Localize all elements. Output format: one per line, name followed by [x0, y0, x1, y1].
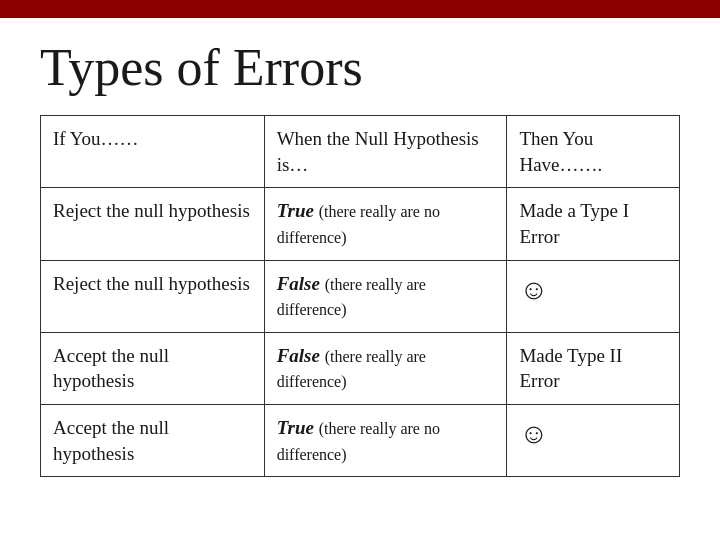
top-bar	[0, 0, 720, 18]
errors-table: If You…… When the Null Hypothesis is… Th…	[40, 115, 680, 477]
header-col1: If You……	[41, 116, 265, 188]
row4-col2: True (there really are no difference)	[264, 405, 507, 477]
row1-col2: True (there really are no difference)	[264, 188, 507, 260]
row1-col3: Made a Type I Error	[507, 188, 680, 260]
smiley-icon2: ☺	[519, 418, 548, 449]
header-col3: Then You Have…….	[507, 116, 680, 188]
false-label: False	[277, 273, 320, 294]
smiley-icon: ☺	[519, 274, 548, 305]
table-row: Accept the null hypothesis False (there …	[41, 332, 680, 404]
row3-col3: Made Type II Error	[507, 332, 680, 404]
row3-col1: Accept the null hypothesis	[41, 332, 265, 404]
header-col2: When the Null Hypothesis is…	[264, 116, 507, 188]
table-row: Accept the null hypothesis True (there r…	[41, 405, 680, 477]
row2-col2: False (there really are difference)	[264, 260, 507, 332]
corner-square	[680, 0, 720, 18]
true-label2: True	[277, 417, 314, 438]
true-label: True	[277, 200, 314, 221]
row1-col1: Reject the null hypothesis	[41, 188, 265, 260]
row4-col3: ☺	[507, 405, 680, 477]
row2-col1: Reject the null hypothesis	[41, 260, 265, 332]
table-row: Reject the null hypothesis False (there …	[41, 260, 680, 332]
row2-col3: ☺	[507, 260, 680, 332]
page-title: Types of Errors	[40, 38, 680, 97]
row4-col1: Accept the null hypothesis	[41, 405, 265, 477]
row3-col2: False (there really are difference)	[264, 332, 507, 404]
table-header-row: If You…… When the Null Hypothesis is… Th…	[41, 116, 680, 188]
table-row: Reject the null hypothesis True (there r…	[41, 188, 680, 260]
false-label2: False	[277, 345, 320, 366]
